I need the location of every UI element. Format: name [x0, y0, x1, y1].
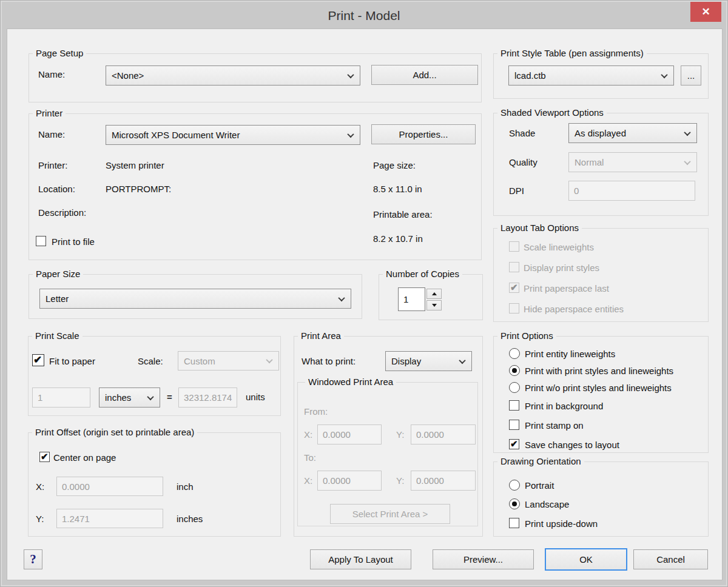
- print-with-styles-label: Print with print styles and lineweights: [525, 366, 673, 376]
- print-to-file-label: Print to file: [52, 236, 95, 247]
- windowed-print-area-group-label: Windowed Print Area: [305, 377, 396, 387]
- page-size-value: 8.5 x 11.0 in: [373, 184, 422, 194]
- printable-area-value: 8.2 x 10.7 in: [373, 233, 423, 244]
- portrait-radio[interactable]: [509, 480, 520, 491]
- units-combo[interactable]: inches: [99, 387, 160, 408]
- spinner-up-icon: [432, 292, 437, 295]
- equals-label: =: [167, 392, 172, 402]
- printer-value: System printer: [106, 160, 164, 170]
- print-scale-group-label: Print Scale: [32, 330, 83, 341]
- copies-group-label: Number of Copies: [383, 269, 462, 279]
- print-in-background-checkbox[interactable]: [509, 400, 519, 411]
- dpi-label: DPI: [509, 186, 524, 196]
- portrait-label: Portrait: [525, 480, 554, 491]
- chevron-down-icon: [338, 294, 345, 301]
- page-setup-name-combo[interactable]: <None>: [106, 65, 360, 86]
- paper-units-input: 1: [32, 387, 90, 408]
- properties-button[interactable]: Properties...: [371, 124, 476, 144]
- printer-group-label: Printer: [33, 108, 66, 118]
- paper-size-combo[interactable]: Letter: [39, 289, 351, 309]
- chevron-down-icon: [684, 158, 690, 164]
- to-y-input: 0.0000: [411, 471, 476, 491]
- print-offset-group-label: Print Offset (origin set to printable ar…: [32, 427, 197, 437]
- chevron-down-icon: [347, 130, 354, 137]
- fit-to-paper-checkbox[interactable]: [32, 354, 44, 366]
- shade-combo[interactable]: As displayed: [568, 123, 697, 143]
- print-stamp-on-label: Print stamp on: [525, 420, 584, 431]
- apply-to-layout-button[interactable]: Apply To Layout: [310, 549, 411, 569]
- chevron-down-icon: [459, 357, 465, 363]
- printer-name-combo[interactable]: Microsoft XPS Document Writer: [106, 125, 360, 145]
- location-value: PORTPROMPT:: [106, 184, 171, 194]
- quality-value: Normal: [575, 157, 604, 167]
- help-button[interactable]: ?: [24, 549, 42, 569]
- from-y-input: 0.0000: [411, 424, 476, 444]
- what-to-print-label: What to print:: [302, 356, 356, 366]
- fit-to-paper-label: Fit to paper: [49, 356, 95, 366]
- offset-x-unit: inch: [177, 481, 194, 492]
- close-button[interactable]: ✕: [690, 2, 721, 22]
- close-icon: ✕: [701, 5, 710, 18]
- print-with-styles-radio[interactable]: [509, 365, 520, 376]
- print-dialog: Print - Model ✕ Page Setup Name: <None> …: [0, 0, 728, 587]
- page-setup-group-label: Page Setup: [33, 48, 86, 58]
- drawing-orientation-group-label: Drawing Orientation: [497, 456, 584, 466]
- print-wo-styles-radio[interactable]: [509, 382, 520, 393]
- save-changes-label: Save changes to layout: [525, 440, 619, 450]
- print-entity-lineweights-radio[interactable]: [509, 348, 520, 359]
- hide-paperspace-entities-checkbox: [509, 303, 519, 314]
- to-x-input: 0.0000: [317, 471, 382, 491]
- printable-area-label: Printable area:: [373, 209, 433, 220]
- ok-button[interactable]: OK: [545, 548, 627, 571]
- from-y-label: Y:: [396, 429, 404, 440]
- display-print-styles-label: Display print styles: [524, 263, 599, 273]
- copies-input[interactable]: 1: [398, 287, 425, 311]
- print-upside-down-label: Print upside-down: [525, 518, 598, 529]
- save-changes-checkbox[interactable]: [509, 439, 519, 449]
- print-upside-down-checkbox[interactable]: [509, 518, 519, 528]
- chevron-down-icon: [347, 71, 354, 78]
- print-style-table-group-label: Print Style Table (pen assignments): [497, 48, 647, 58]
- print-style-browse-button[interactable]: ...: [681, 65, 701, 86]
- print-style-table-combo[interactable]: lcad.ctb: [508, 65, 674, 86]
- printer-name-label: Name:: [38, 129, 65, 139]
- offset-x-input: 0.0000: [56, 477, 163, 496]
- scale-lineweights-checkbox: [509, 241, 519, 252]
- dpi-input: 0: [568, 181, 695, 201]
- what-to-print-value: Display: [391, 356, 421, 366]
- print-in-background-label: Print in background: [525, 401, 603, 411]
- to-label: To:: [304, 452, 316, 463]
- to-y-label: Y:: [396, 475, 404, 486]
- copies-up-button[interactable]: [426, 289, 442, 299]
- scale-value: Custom: [184, 356, 215, 366]
- offset-x-label: X:: [36, 481, 44, 492]
- print-style-table-value: lcad.ctb: [514, 70, 546, 81]
- print-to-file-checkbox[interactable]: [36, 236, 46, 246]
- what-to-print-combo[interactable]: Display: [385, 351, 472, 371]
- add-button[interactable]: Add...: [371, 65, 478, 85]
- preview-button[interactable]: Preview...: [433, 549, 534, 569]
- from-x-label: X:: [304, 429, 312, 440]
- offset-y-unit: inches: [177, 514, 203, 524]
- copies-down-button[interactable]: [426, 300, 442, 310]
- chevron-down-icon: [266, 357, 272, 363]
- center-on-page-checkbox[interactable]: [39, 452, 50, 462]
- page-setup-name-label: Name:: [38, 69, 65, 79]
- layout-tab-group-label: Layout Tab Options: [497, 223, 582, 233]
- shade-label: Shade: [509, 128, 535, 138]
- print-paperspace-last-label: Print paperspace last: [524, 283, 609, 294]
- print-area-group-label: Print Area: [298, 330, 344, 341]
- landscape-radio[interactable]: [509, 498, 520, 509]
- quality-label: Quality: [509, 157, 538, 167]
- cancel-button[interactable]: Cancel: [633, 549, 708, 569]
- chevron-down-icon: [147, 393, 153, 400]
- page-size-label: Page size:: [373, 160, 416, 170]
- center-on-page-label: Center on page: [53, 452, 116, 463]
- units-label: units: [246, 392, 265, 402]
- scale-label: Scale:: [138, 356, 163, 366]
- printer-name-value: Microsoft XPS Document Writer: [112, 130, 240, 140]
- print-stamp-on-checkbox[interactable]: [509, 420, 519, 430]
- chevron-down-icon: [684, 129, 690, 135]
- offset-y-label: Y:: [36, 514, 44, 524]
- drawing-units-input: 32312.8174: [178, 387, 237, 408]
